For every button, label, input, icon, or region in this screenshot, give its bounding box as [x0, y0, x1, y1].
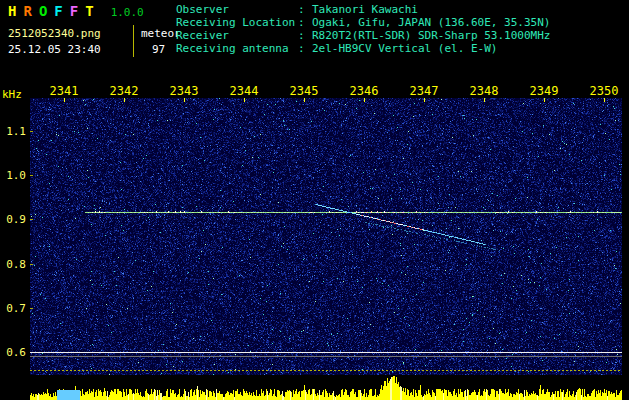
y-axis-label: 0.6 — [2, 346, 26, 359]
y-axis-label: 1.0 — [2, 169, 26, 182]
spectrogram-canvas — [30, 98, 622, 400]
y-axis-label: 0.9 — [2, 213, 26, 226]
y-axis-label: 1.1 — [2, 125, 26, 138]
hrofft-screen: HROFFT1.0.0 2512052340.png meteor 25.12.… — [0, 0, 629, 400]
y-axis-label: 0.8 — [2, 258, 26, 271]
y-axis-label: 0.7 — [2, 302, 26, 315]
